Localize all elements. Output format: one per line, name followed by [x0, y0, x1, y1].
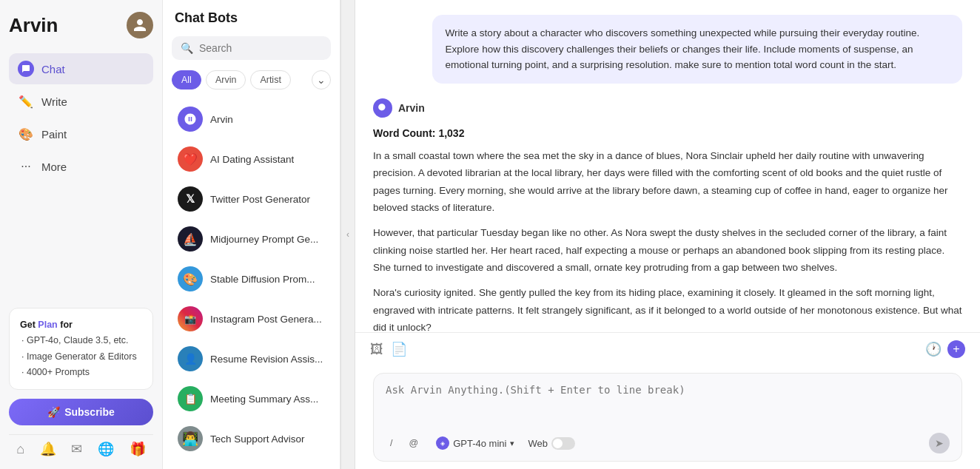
bell-icon[interactable]: 🔔 [40, 441, 56, 457]
mention-btn[interactable]: @ [404, 435, 423, 451]
bot-name-ai-dating: AI Dating Assistant [210, 154, 294, 165]
sidebar-more-label: More [41, 161, 67, 173]
promo-item-3: 4000+ Prompts [21, 365, 142, 380]
main-chat: Write a story about a character who disc… [355, 0, 980, 469]
bot-name-tech-support: Tech Support Advisor [210, 433, 305, 445]
bot-avatar-arvin [178, 107, 203, 132]
search-box: 🔍 [172, 36, 331, 60]
write-icon: ✏️ [18, 93, 34, 109]
gift-icon[interactable]: 🎁 [130, 441, 146, 457]
model-label: GPT-4o mini [453, 438, 506, 449]
model-dropdown-icon: ▾ [510, 439, 514, 448]
add-icon[interactable]: + [947, 340, 965, 358]
bot-name-midjourney: Midjourney Prompt Ge... [210, 234, 318, 245]
subscribe-label: Subscribe [64, 406, 115, 418]
bot-response: Arvin Word Count: 1,032 In a small coast… [373, 98, 962, 332]
bot-avatar-twitter: 𝕏 [178, 186, 203, 212]
bot-avatar-resume: 👤 [178, 346, 203, 371]
model-selector[interactable]: ◈ GPT-4o mini ▾ [430, 433, 520, 453]
web-toggle-switch[interactable] [551, 437, 575, 450]
bot-avatar-meeting: 📋 [178, 386, 203, 411]
bot-avatar-stable-diffusion: 🎨 [178, 266, 203, 291]
bot-item-meeting[interactable]: 📋 Meeting Summary Ass... [172, 379, 331, 418]
bottom-nav: ⌂ 🔔 ✉ 🌐 🎁 [9, 434, 153, 457]
for-label: for [60, 320, 73, 330]
sidebar-item-chat[interactable]: Chat [9, 53, 153, 84]
more-icon: ··· [18, 158, 34, 175]
collapse-icon: ‹ [346, 229, 349, 240]
web-toggle: Web [528, 437, 575, 450]
bot-avatar-midjourney: ⛵ [178, 226, 203, 252]
plan-link[interactable]: Plan [38, 320, 57, 330]
bot-response-icon [373, 98, 392, 118]
send-button[interactable]: ➤ [929, 433, 950, 453]
search-input[interactable] [199, 42, 329, 54]
bot-response-header: Arvin [373, 98, 962, 118]
bot-item-midjourney[interactable]: ⛵ Midjourney Prompt Ge... [172, 220, 331, 258]
bot-avatar-tech-support: 👨‍💻 [178, 426, 203, 451]
bot-name-meeting: Meeting Summary Ass... [210, 394, 318, 405]
history-icon[interactable]: 🕐 [925, 341, 942, 357]
user-message: Write a story about a character who disc… [432, 15, 962, 84]
rocket-icon: 🚀 [47, 406, 60, 418]
filter-all[interactable]: All [172, 70, 201, 90]
filter-row: All Arvin Artist ⌄ [172, 70, 331, 90]
response-para-1: In a small coastal town where the sea me… [373, 147, 962, 217]
collapse-handle[interactable]: ‹ [340, 0, 355, 469]
slash-command-btn[interactable]: / [386, 435, 397, 451]
bot-item-tech-support[interactable]: 👨‍💻 Tech Support Advisor [172, 419, 331, 458]
sidebar-item-paint[interactable]: 🎨 Paint [9, 118, 153, 149]
file-upload-icon[interactable]: 📄 [391, 341, 407, 357]
promo-item-2: Image Generator & Editors [21, 349, 142, 365]
app-header: Arvin [9, 12, 153, 38]
bot-item-arvin[interactable]: Arvin [172, 100, 331, 138]
bot-name-twitter: Twitter Post Generator [210, 194, 310, 205]
bot-name-instagram: Instagram Post Genera... [210, 314, 322, 325]
response-text: In a small coastal town where the sea me… [373, 147, 962, 332]
filter-artist[interactable]: Artist [250, 70, 290, 90]
search-icon: 🔍 [181, 42, 193, 54]
bot-item-instagram[interactable]: 📸 Instagram Post Genera... [172, 300, 331, 338]
chat-toolbar: 🖼 📄 🕐 + [355, 332, 980, 365]
bot-avatar-instagram: 📸 [178, 306, 203, 331]
bot-avatar-ai-dating: ❤️ [178, 146, 203, 172]
response-para-2: However, that particular Tuesday began l… [373, 224, 962, 277]
sidebar-chat-label: Chat [41, 63, 65, 75]
filter-more-button[interactable]: ⌄ [312, 70, 331, 90]
filter-arvin[interactable]: Arvin [206, 70, 246, 90]
bot-name-stable-diffusion: Stable Diffusion Prom... [210, 274, 315, 285]
left-sidebar: Arvin Chat ✏️ Write 🎨 Paint ··· More [0, 0, 163, 469]
chat-icon [18, 61, 34, 77]
chat-input[interactable] [386, 384, 950, 428]
model-icon: ◈ [436, 436, 449, 450]
bot-response-content: Word Count: 1,032 In a small coastal tow… [373, 125, 962, 332]
sidebar-write-label: Write [41, 95, 67, 108]
subscribe-button[interactable]: 🚀 Subscribe [9, 399, 153, 425]
chat-input-area: / @ ◈ GPT-4o mini ▾ Web ➤ [355, 365, 980, 469]
response-para-3: Nora's curiosity ignited. She gently pul… [373, 284, 962, 332]
bot-item-ai-dating[interactable]: ❤️ AI Dating Assistant [172, 140, 331, 178]
middle-panel: Chat Bots 🔍 All Arvin Artist ⌄ Arvin ❤️ … [163, 0, 340, 469]
nav-items: Chat ✏️ Write 🎨 Paint ··· More [9, 53, 153, 308]
bot-name-arvin: Arvin [210, 114, 233, 125]
panel-title: Chat Bots [172, 10, 331, 26]
toolbar-right: 🕐 + [925, 340, 965, 358]
chevron-down-icon: ⌄ [317, 74, 326, 86]
bot-item-resume[interactable]: 👤 Resume Revision Assis... [172, 340, 331, 378]
promo-item-1: GPT-4o, Claude 3.5, etc. [21, 333, 142, 348]
mail-icon[interactable]: ✉ [71, 441, 82, 457]
bot-name-resume: Resume Revision Assis... [210, 354, 323, 365]
home-icon[interactable]: ⌂ [16, 442, 24, 457]
image-upload-icon[interactable]: 🖼 [370, 342, 383, 357]
sidebar-item-more[interactable]: ··· More [9, 151, 153, 182]
avatar[interactable] [127, 12, 153, 38]
bot-item-twitter[interactable]: 𝕏 Twitter Post Generator [172, 180, 331, 218]
chrome-icon[interactable]: 🌐 [98, 441, 114, 457]
word-count: Word Count: 1,032 [373, 125, 962, 143]
bot-list: Arvin ❤️ AI Dating Assistant 𝕏 Twitter P… [172, 100, 331, 459]
app-title: Arvin [9, 14, 58, 37]
web-label: Web [528, 438, 548, 449]
bot-item-stable-diffusion[interactable]: 🎨 Stable Diffusion Prom... [172, 260, 331, 298]
sidebar-paint-label: Paint [41, 128, 67, 141]
sidebar-item-write[interactable]: ✏️ Write [9, 86, 153, 117]
